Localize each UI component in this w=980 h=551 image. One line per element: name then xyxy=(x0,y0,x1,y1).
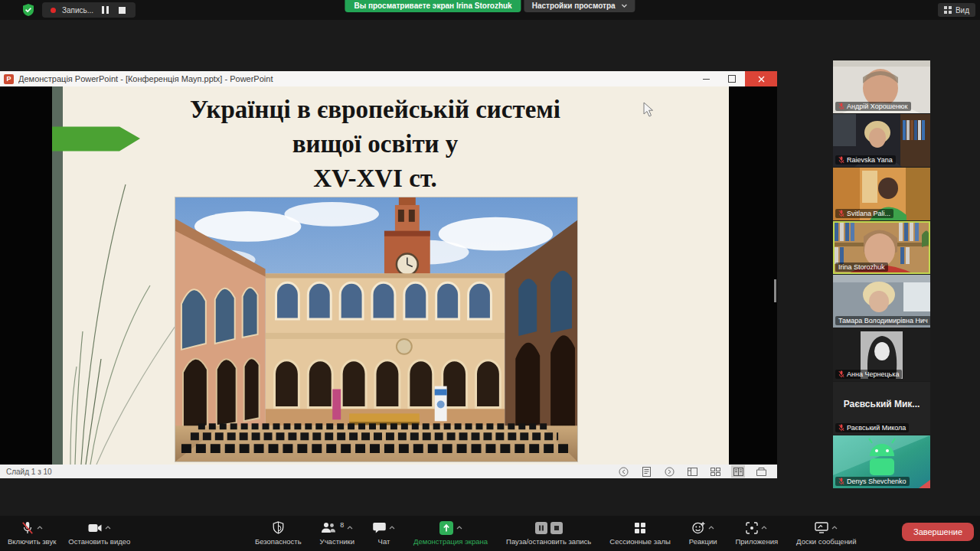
slide-sorter-button[interactable] xyxy=(708,465,722,478)
participant-name-label: Raievska Yana xyxy=(835,155,896,165)
slideshow-button[interactable] xyxy=(754,465,768,478)
zoom-bottom-toolbar: Включить звук Остановить видео Безопасно… xyxy=(0,516,980,551)
participant-tile-irina-active-speaker[interactable]: Irina Storozhuk xyxy=(833,221,930,274)
participant-tile-raievskyi[interactable]: Раєвський Мик... Раєвський Микола xyxy=(833,382,930,435)
whiteboards-button[interactable]: Доски сообщений xyxy=(796,516,856,546)
participant-name-label: Тамара Володимирівна Нич xyxy=(835,316,930,325)
chevron-up-icon[interactable] xyxy=(37,526,43,530)
slide-title: Українці в європейській системі вищої ос… xyxy=(67,93,683,196)
participants-count-badge: 8 xyxy=(340,521,344,529)
window-title: Демонстрація PowerPoint - [Конференція М… xyxy=(18,74,693,83)
chat-button[interactable]: Чат xyxy=(373,516,395,546)
mic-muted-icon xyxy=(21,521,34,535)
courtyard-photo xyxy=(175,197,578,462)
people-icon xyxy=(321,522,336,533)
participant-name-label: Svitlana Pali... xyxy=(835,209,893,218)
participants-sidebar: Андрій Хорошенюк Raievska Yana xyxy=(833,60,930,489)
powerpoint-window: P Демонстрація PowerPoint - [Конференція… xyxy=(0,71,777,478)
window-scrollbar[interactable] xyxy=(774,279,776,302)
next-slide-button[interactable] xyxy=(662,465,676,478)
security-shield-icon xyxy=(23,4,34,19)
grid-icon xyxy=(944,6,952,14)
minimize-button[interactable] xyxy=(693,71,719,86)
notes-button[interactable] xyxy=(639,465,653,478)
normal-view-button[interactable] xyxy=(685,465,699,478)
participant-name-label: Андрій Хорошенюк xyxy=(835,102,911,111)
chevron-up-icon[interactable] xyxy=(347,526,353,530)
view-settings-button[interactable]: Настройки просмотра xyxy=(524,0,635,12)
chat-bubble-icon xyxy=(373,522,386,534)
participant-tile-raievska[interactable]: Raievska Yana xyxy=(833,114,930,167)
stop-video-button[interactable]: Остановить видео xyxy=(68,516,130,546)
muted-mic-icon xyxy=(838,156,844,164)
recording-dot-icon xyxy=(51,8,56,13)
chevron-up-icon[interactable] xyxy=(105,526,111,530)
participants-button[interactable]: 8 Участники xyxy=(320,516,354,546)
end-meeting-button[interactable]: Завершение xyxy=(902,523,974,541)
screen-share-button[interactable]: Демонстрация экрана xyxy=(413,516,488,546)
muted-mic-icon xyxy=(838,370,844,378)
chevron-up-icon[interactable] xyxy=(708,526,714,530)
reading-view-button[interactable] xyxy=(731,465,745,478)
slide-title-line2: вищої освіти у xyxy=(67,127,683,161)
muted-mic-icon xyxy=(838,103,844,110)
close-button[interactable] xyxy=(745,71,777,86)
smiley-plus-icon xyxy=(692,521,705,534)
powerpoint-icon: P xyxy=(4,74,14,84)
previous-slide-button[interactable] xyxy=(616,465,630,478)
stop-recording-button[interactable] xyxy=(116,5,127,15)
close-icon xyxy=(758,76,765,83)
apps-icon xyxy=(746,522,758,534)
slide: Українці в європейській системі вищої ос… xyxy=(52,86,729,465)
chevron-up-icon[interactable] xyxy=(456,526,462,530)
participant-tile-anna[interactable]: Анна Чернецька xyxy=(833,328,930,381)
breakout-grid-icon xyxy=(634,522,646,534)
zoom-top-bar: Запись... Вы просматриваете экран Irina … xyxy=(0,0,980,20)
muted-mic-icon xyxy=(838,478,844,485)
restore-button[interactable] xyxy=(719,71,745,86)
slide-stage: Українці в європейській системі вищої ос… xyxy=(0,86,777,465)
stop-icon xyxy=(550,522,563,534)
view-button[interactable]: Вид xyxy=(938,3,975,17)
unmute-button[interactable]: Включить звук xyxy=(8,516,56,546)
chevron-up-icon[interactable] xyxy=(389,526,395,530)
pause-stop-recording-button[interactable]: Пауза/остановить запись xyxy=(506,516,591,546)
slide-title-line3: XV-XVI ст. xyxy=(67,161,683,196)
video-camera-icon xyxy=(88,523,102,533)
muted-mic-icon xyxy=(838,210,844,217)
participant-name-label: Раєвський Микола xyxy=(835,423,909,432)
powerpoint-titlebar[interactable]: P Демонстрація PowerPoint - [Конференція… xyxy=(0,71,777,86)
whiteboard-icon xyxy=(815,522,828,533)
slide-title-line1: Українці в європейській системі xyxy=(67,93,683,127)
participant-tile-denys[interactable]: Denys Shevchenko xyxy=(833,435,930,488)
chevron-up-icon[interactable] xyxy=(831,526,838,530)
reactions-button[interactable]: Реакции xyxy=(689,516,717,546)
screen-share-icon xyxy=(439,521,453,535)
pause-icon xyxy=(535,522,547,534)
participant-tile-tamara[interactable]: Тамара Володимирівна Нич xyxy=(833,275,930,328)
security-button[interactable]: Безопасность xyxy=(255,516,302,546)
apps-button[interactable]: Приложения xyxy=(736,516,779,546)
pause-recording-button[interactable] xyxy=(100,5,110,15)
breakout-rooms-button[interactable]: Сессионные залы xyxy=(609,516,671,546)
chevron-up-icon[interactable] xyxy=(761,526,767,530)
participant-name-label: Анна Чернецька xyxy=(835,370,902,379)
participant-name-label: Irina Storozhuk xyxy=(835,262,888,272)
viewing-screen-banner: Вы просматриваете экран Irina Storozhuk xyxy=(345,0,521,12)
recording-indicator: Запись... xyxy=(42,2,136,18)
participant-display-name: Раєвський Мик... xyxy=(833,399,930,409)
powerpoint-statusbar: Слайд 1 з 10 xyxy=(0,465,777,478)
chevron-down-icon xyxy=(622,4,628,8)
slide-counter: Слайд 1 з 10 xyxy=(6,468,52,476)
muted-mic-icon xyxy=(838,424,844,432)
participant-tile-andrii[interactable]: Андрій Хорошенюк xyxy=(833,60,930,113)
participant-name-label: Denys Shevchenko xyxy=(835,477,910,486)
recording-label: Запись... xyxy=(62,6,93,15)
participant-tile-svitlana[interactable]: Svitlana Pali... xyxy=(833,168,930,220)
shield-icon xyxy=(273,521,284,534)
